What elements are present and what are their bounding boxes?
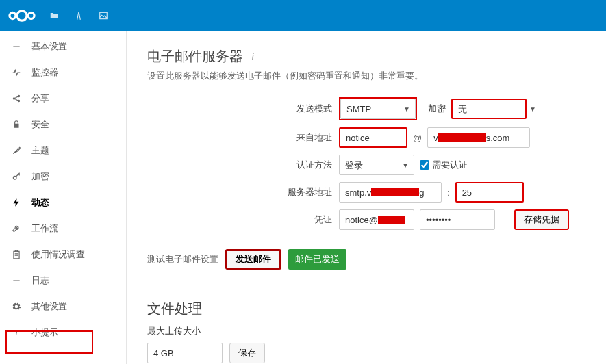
svg-point-6 [18,100,19,101]
brush-icon [11,145,22,156]
svg-point-5 [18,95,19,96]
max-upload-label: 最大上传大小 [147,325,585,337]
cred-user-input[interactable]: notice@ [339,209,414,230]
cred-pass-input[interactable] [420,209,495,230]
clipboard-icon [11,249,22,260]
sidebar-item-label: 其他设置 [31,300,67,313]
save-button[interactable]: 保存 [229,343,265,363]
from-domain-input[interactable]: vs.com [427,127,530,148]
redacted [371,188,419,196]
server-host-input[interactable]: smtp.vg [339,182,442,203]
sidebar-item-label: 加密 [31,170,49,183]
sidebar-item-label: 日志 [31,274,49,287]
server-port-input[interactable] [455,182,524,203]
label-server-addr: 服务器地址 [147,186,339,198]
pulse-icon [11,67,22,78]
svg-point-4 [13,98,14,99]
send-email-button[interactable]: 发送邮件 [225,249,281,270]
wrench-icon [11,223,22,234]
svg-point-2 [28,12,34,18]
sidebar-item-label: 工作流 [31,222,58,235]
sidebar-item-basic[interactable]: 基本设置 [0,34,126,60]
sidebar-item-label: 主题 [31,144,49,157]
section-title-text: 文件处理 [147,300,202,318]
label-from-address: 来自地址 [147,131,339,144]
from-user-input[interactable] [339,127,407,148]
sidebar-item-label: 小提示 [31,326,58,339]
topbar [0,0,606,31]
at-sign: @ [413,133,422,143]
file-section-title: 文件处理 [147,300,585,318]
sidebar-item-theme[interactable]: 主题 [0,138,126,164]
info-icon: i [11,327,22,338]
sidebar-item-monitor[interactable]: 监控器 [0,60,126,86]
label-credentials: 凭证 [147,213,339,226]
info-icon[interactable]: i [251,51,254,63]
sidebar-item-label: 基本设置 [31,40,67,53]
nextcloud-logo[interactable] [8,9,36,23]
send-mode-select[interactable]: SMTP [340,99,416,119]
svg-point-1 [10,12,16,18]
sidebar-item-label: 使用情况调查 [31,248,85,261]
sidebar-item-share[interactable]: 分享 [0,86,126,112]
label-encryption: 加密 [428,103,446,115]
sidebar-item-additional[interactable]: 其他设置 [0,294,126,320]
sidebar-item-security[interactable]: 安全 [0,112,126,138]
sidebar-item-label: 安全 [31,118,49,131]
label-send-mode: 发送模式 [147,103,339,115]
email-section-desc: 设置此服务器以能够发送电子邮件（例如密码重置和通知）非常重要。 [147,70,585,82]
gallery-icon[interactable] [97,10,110,22]
sent-badge: 邮件已发送 [288,249,346,270]
redacted [378,216,405,224]
folder-icon[interactable] [48,10,60,22]
colon: : [447,187,450,198]
sidebar-item-survey[interactable]: 使用情况调查 [0,242,126,268]
sidebar-item-label: 监控器 [31,66,58,79]
need-auth-checkbox[interactable]: 需要认证 [420,159,468,171]
section-title-text: 电子邮件服务器 [147,47,243,66]
key-icon [11,171,22,182]
gear-icon [11,301,22,312]
sidebar-item-workflow[interactable]: 工作流 [0,216,126,242]
svg-point-7 [13,176,16,179]
lock-icon [11,119,22,130]
list2-icon [11,275,22,286]
store-creds-button[interactable]: 存储凭据 [514,209,569,230]
main-content: 电子邮件服务器 i 设置此服务器以能够发送电子邮件（例如密码重置和通知）非常重要… [127,31,606,364]
email-section-title: 电子邮件服务器 i [147,47,585,66]
share-icon [11,93,22,104]
bolt-icon [11,197,22,208]
sidebar: 基本设置 监控器 分享 安全 主题 加密 动态 工作流 [0,31,127,364]
redacted [438,133,486,142]
sidebar-item-activity[interactable]: 动态 [0,190,126,216]
need-auth-checkbox-input[interactable] [420,160,429,170]
sidebar-item-label: 动态 [31,196,49,209]
auth-method-select[interactable]: 登录 [339,155,414,175]
activity-icon[interactable] [73,10,85,22]
max-upload-input[interactable] [147,343,223,363]
svg-point-0 [17,10,27,20]
sidebar-item-log[interactable]: 日志 [0,268,126,294]
list-icon [11,41,22,52]
need-auth-label: 需要认证 [432,159,468,171]
sidebar-item-tips[interactable]: i 小提示 [0,320,126,346]
sidebar-item-label: 分享 [31,92,49,105]
chevron-down-icon: ▼ [529,105,536,113]
label-auth-method: 认证方法 [147,159,339,171]
sidebar-item-encrypt[interactable]: 加密 [0,164,126,190]
test-label: 测试电子邮件设置 [147,253,218,265]
encryption-select[interactable]: 无 [451,99,527,119]
